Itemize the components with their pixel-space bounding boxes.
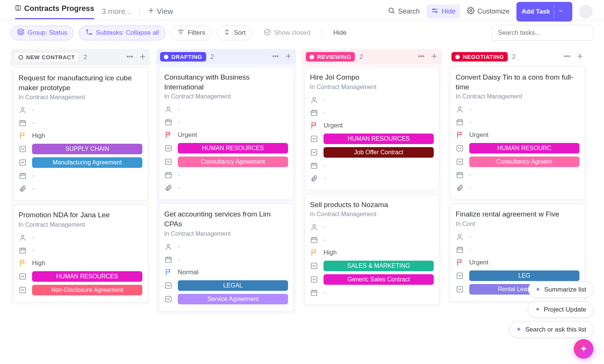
card-property[interactable]: - (164, 253, 288, 266)
search-button[interactable]: Search (388, 7, 420, 16)
card-property[interactable]: - (18, 117, 142, 129)
card-property[interactable]: - (310, 94, 434, 106)
task-card[interactable]: Convert Daisy Tin to a cons from full-ti… (450, 67, 585, 200)
user-avatar[interactable] (579, 5, 593, 18)
status-pill[interactable]: NEW CONTRACT (14, 52, 79, 62)
card-property[interactable]: - (310, 286, 434, 299)
svg-rect-28 (20, 146, 26, 152)
card-priority[interactable]: Urgent (310, 119, 434, 132)
status-pill[interactable]: DRAFTING (160, 52, 206, 61)
status-pill[interactable]: REVIEWING (306, 52, 355, 61)
more-icon[interactable] (418, 52, 425, 61)
card-priority[interactable]: Normal (164, 266, 288, 279)
property-value: - (178, 243, 180, 250)
property-value: - (469, 171, 471, 179)
task-card[interactable]: Promotion NDA for Jana Lee In Contract M… (13, 204, 148, 303)
add-view-button[interactable]: View (147, 7, 173, 16)
card-tag-row[interactable]: HUMAN RESOURCES (164, 141, 288, 155)
hide-chip[interactable]: Hide (327, 27, 353, 39)
card-property[interactable]: - (310, 233, 434, 246)
add-card-icon[interactable] (139, 53, 146, 62)
ai-project-update[interactable]: ✦Project Update (528, 301, 593, 318)
card-property[interactable]: - (164, 116, 288, 129)
svg-rect-70 (311, 111, 317, 115)
more-icon[interactable] (126, 53, 134, 62)
card-property[interactable]: - (456, 243, 579, 256)
ai-fab-button[interactable]: ✦ (574, 339, 593, 359)
card-property[interactable]: - (310, 106, 434, 119)
hide-button[interactable]: Hide (427, 5, 460, 18)
card-property[interactable]: - (456, 103, 579, 116)
add-card-icon[interactable] (576, 52, 584, 61)
status-pill[interactable]: NEGOTIATING (451, 52, 508, 61)
card-property[interactable]: - (456, 181, 579, 194)
card-priority[interactable]: High (18, 129, 142, 142)
card-tag-row[interactable]: Non-Disclosure Agreement (18, 283, 142, 297)
card-tag-row[interactable]: Job Offer Contract (310, 146, 434, 159)
card-property[interactable]: - (18, 182, 142, 195)
card-property[interactable]: - (456, 230, 579, 243)
task-card[interactable]: Consultancy with Business International … (159, 67, 294, 200)
ai-search[interactable]: ✦Search or ask this list (509, 321, 593, 338)
task-card[interactable]: Get accounting services from Lim CPAs In… (159, 204, 294, 311)
task-card[interactable]: Sell products to Nozama In Contract Mana… (304, 194, 439, 305)
sort-chip[interactable]: Sort (217, 26, 252, 40)
card-tag-row[interactable]: SUPPLY CHAIN (18, 142, 142, 156)
card-tag-row[interactable]: Consultancy Agreement (164, 155, 288, 169)
card-priority[interactable]: High (18, 257, 142, 270)
card-property[interactable]: - (164, 240, 288, 253)
tab-more[interactable]: 3 more... (102, 7, 132, 16)
show-closed-chip[interactable]: Show closed (257, 26, 316, 40)
svg-line-5 (393, 12, 394, 14)
tab-contracts-progress[interactable]: Contracts Progress (15, 4, 94, 19)
card-property[interactable]: - (164, 103, 288, 116)
add-card-icon[interactable] (430, 52, 438, 61)
card-priority[interactable]: Urgent (456, 129, 579, 141)
svg-rect-47 (166, 120, 171, 125)
filters-chip[interactable]: Filters (171, 26, 211, 40)
card-tag-row[interactable]: LEG (456, 269, 579, 283)
card-property[interactable]: - (310, 159, 434, 172)
card-priority[interactable]: Urgent (164, 129, 288, 141)
card-property[interactable]: - (18, 104, 142, 117)
card-property[interactable]: - (456, 116, 579, 129)
card-priority[interactable]: Urgent (456, 256, 579, 269)
search-tasks-input[interactable] (492, 25, 593, 41)
add-card-icon[interactable] (285, 52, 292, 61)
more-icon[interactable] (563, 52, 571, 61)
card-property[interactable]: - (164, 181, 288, 194)
date-icon (310, 289, 318, 297)
card-property[interactable]: - (456, 169, 579, 181)
card-tag-row[interactable]: SALES & MARKETING (310, 259, 434, 273)
more-icon[interactable] (272, 52, 279, 61)
card-tag-row[interactable]: Service Agreement (164, 292, 288, 306)
group-chip[interactable]: Group: Status (11, 26, 74, 40)
filters-label: Filters (188, 29, 205, 37)
ai-summarize[interactable]: ✦Summarize list (528, 281, 593, 298)
add-task-dropdown[interactable] (554, 5, 567, 18)
assignee-icon (456, 105, 464, 114)
card-tag-row[interactable]: LEGAL (164, 279, 288, 292)
card-property[interactable]: - (310, 221, 434, 233)
card-priority[interactable]: High (310, 246, 434, 259)
card-tag-row[interactable]: HUMAN RESOURC (456, 141, 579, 155)
svg-rect-87 (311, 290, 317, 295)
task-card[interactable]: Request for manufacturing ice cube maker… (13, 68, 148, 201)
add-task-button[interactable]: Add Task (516, 2, 572, 22)
card-property[interactable]: - (18, 244, 142, 257)
card-property[interactable]: - (18, 231, 142, 244)
card-tag-row[interactable]: Generic Sales Contract (310, 273, 434, 286)
card-property[interactable]: - (164, 169, 288, 181)
task-card[interactable]: Hire Jol Compo In Contract Management - … (304, 67, 439, 190)
card-property[interactable]: - (18, 169, 142, 182)
subtasks-chip[interactable]: Subtasks: Collapse all (79, 26, 165, 40)
card-tag-row[interactable]: HUMAN RESOURCES (18, 270, 142, 283)
customize-button[interactable]: Customize (467, 7, 510, 16)
card-tag-row[interactable]: Manufacturing Agreement (18, 156, 142, 169)
card-tag-row[interactable]: Consultancy Agreem (456, 155, 579, 169)
tab-title: Contracts Progress (24, 4, 94, 13)
card-property[interactable]: - (310, 172, 434, 185)
add-task-label: Add Task (522, 8, 550, 15)
svg-rect-51 (166, 146, 171, 151)
card-tag-row[interactable]: HUMAN RESOURCES (310, 132, 434, 146)
